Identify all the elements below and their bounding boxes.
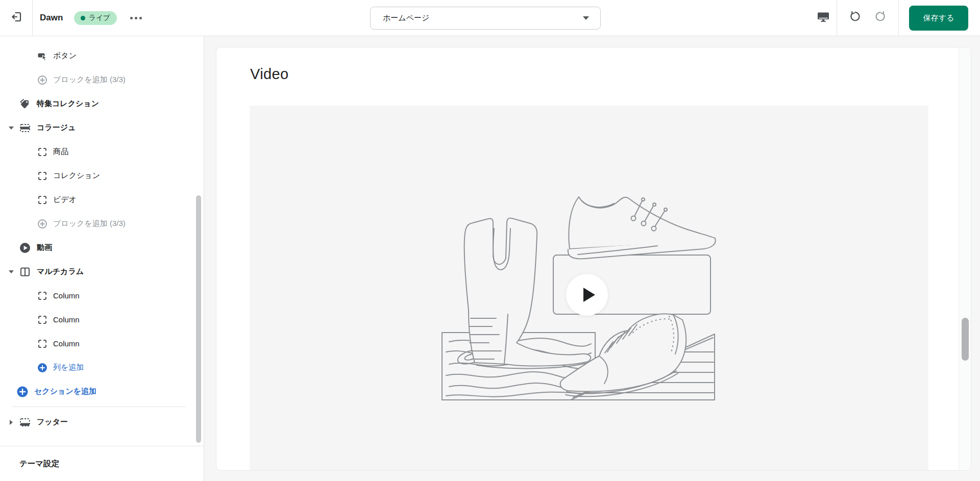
sidebar-scrollbar-thumb[interactable] — [196, 195, 201, 443]
columns-icon — [19, 266, 31, 278]
block-brackets-icon — [37, 339, 47, 349]
plus-circle-icon — [37, 219, 47, 229]
redo-button[interactable] — [868, 0, 894, 36]
sidebar-add-block-disabled[interactable]: ブロックを追加 (3/3) — [0, 212, 204, 236]
block-brackets-icon — [37, 315, 47, 325]
plus-filled-icon — [37, 363, 47, 373]
desktop-icon — [817, 11, 830, 25]
add-section-button[interactable]: セクションを追加 — [0, 379, 204, 403]
undo-button[interactable] — [841, 0, 868, 36]
sidebar-section-featured-collection[interactable]: 特集コレクション — [0, 92, 204, 116]
block-brackets-icon — [37, 171, 47, 181]
button-cursor-icon — [37, 51, 47, 61]
desktop-preview-button[interactable] — [810, 0, 837, 36]
topbar-right-group: 保存する — [810, 0, 980, 36]
sidebar-item-product[interactable]: 商品 — [0, 140, 204, 164]
sidebar-item-column[interactable]: Column — [0, 332, 204, 356]
live-dot-icon — [81, 16, 85, 20]
chevron-down-icon — [583, 16, 589, 20]
theme-settings-button[interactable]: テーマ設定 — [0, 446, 204, 481]
sidebar-item-button-block[interactable]: ボタン — [0, 44, 204, 68]
sidebar-section-footer[interactable]: フッター — [0, 410, 204, 434]
exit-icon — [10, 11, 22, 25]
divider — [12, 407, 185, 407]
topbar-left-group: Dawn ライブ — [33, 0, 144, 36]
block-brackets-icon — [37, 195, 47, 205]
chevron-right-icon[interactable] — [7, 418, 15, 426]
block-brackets-icon — [37, 291, 47, 301]
block-brackets-icon — [37, 147, 47, 157]
preview-scrollbar-track[interactable] — [959, 47, 971, 470]
undo-redo-group — [837, 0, 898, 36]
theme-preview-page: Video — [216, 47, 971, 470]
sidebar-scroll-area: ボタン ブロックを追加 (3/3) 特集コレクション — [0, 36, 204, 446]
page-selector-dropdown[interactable]: ホームページ — [370, 7, 601, 30]
sidebar-section-video[interactable]: 動画 — [0, 236, 204, 260]
video-section-heading: Video — [250, 66, 289, 83]
play-icon — [583, 288, 595, 302]
live-badge-label: ライブ — [89, 13, 110, 22]
exit-editor-button[interactable] — [0, 0, 33, 36]
sidebar-item-video-block[interactable]: ビデオ — [0, 188, 204, 212]
top-bar: Dawn ライブ ホームページ — [0, 0, 980, 36]
video-section-preview[interactable] — [250, 106, 928, 470]
sidebar-item-column[interactable]: Column — [0, 284, 204, 308]
undo-icon — [848, 11, 861, 25]
play-circle-icon — [19, 242, 31, 254]
sidebar-section-multicolumn[interactable]: マルチカラム — [0, 260, 204, 284]
theme-name: Dawn — [40, 13, 63, 23]
live-status-badge: ライブ — [74, 11, 116, 25]
tag-icon — [19, 98, 31, 110]
plus-circle-icon — [37, 75, 47, 85]
sidebar-item-collection[interactable]: コレクション — [0, 164, 204, 188]
chevron-down-icon[interactable] — [7, 124, 15, 132]
plus-filled-icon — [16, 386, 29, 398]
sections-sidebar: ボタン ブロックを追加 (3/3) 特集コレクション — [0, 36, 204, 481]
sidebar-add-block-disabled[interactable]: ブロックを追加 (3/3) — [0, 68, 204, 92]
collage-icon — [19, 122, 31, 134]
play-button[interactable] — [566, 274, 608, 316]
divider — [898, 0, 899, 36]
sidebar-section-collage[interactable]: コラージュ — [0, 116, 204, 140]
footer-icon — [19, 416, 31, 428]
sidebar-item-column[interactable]: Column — [0, 308, 204, 332]
page-selector-value: ホームページ — [383, 13, 429, 23]
redo-icon — [875, 11, 887, 25]
more-actions-button[interactable] — [128, 13, 144, 23]
preview-scrollbar-thumb[interactable] — [962, 318, 969, 361]
editor-canvas: Video — [204, 36, 980, 481]
add-column-button[interactable]: 列を追加 — [0, 356, 204, 379]
chevron-down-icon[interactable] — [7, 268, 15, 276]
more-dots-icon — [130, 17, 133, 19]
save-button[interactable]: 保存する — [909, 6, 968, 31]
